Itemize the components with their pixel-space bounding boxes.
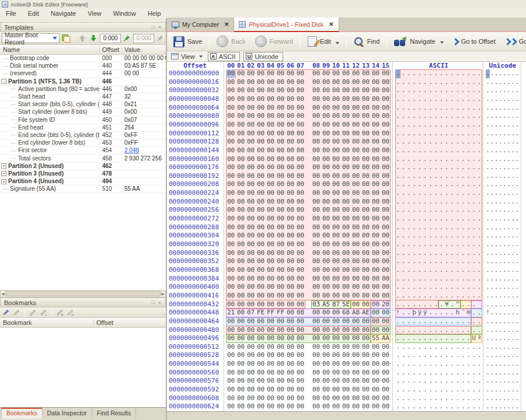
ascii-char[interactable]: h (455, 309, 460, 317)
hex-byte[interactable]: 00 (321, 334, 331, 343)
unicode-char[interactable]: . (515, 215, 519, 223)
hex-row[interactable]: 0000000000576000000000000000000000000000… (167, 377, 526, 386)
hex-byte[interactable]: 00 (236, 257, 246, 266)
hex-byte[interactable]: 00 (226, 112, 236, 121)
unicode-char[interactable]: . (515, 386, 519, 394)
hex-byte[interactable]: 00 (246, 215, 256, 223)
hex-byte[interactable]: 00 (381, 283, 391, 292)
hex-byte[interactable]: 00 (311, 104, 321, 113)
ascii-char[interactable]: . (412, 232, 417, 240)
hex-byte[interactable]: 00 (285, 343, 295, 352)
ascii-char[interactable]: . (477, 317, 482, 326)
unicode-char[interactable]: . (511, 257, 515, 266)
hex-byte[interactable]: 00 (295, 95, 305, 104)
unicode-char[interactable]: . (511, 351, 515, 360)
unicode-char[interactable]: . (503, 309, 507, 317)
ascii-char[interactable]: . (471, 130, 476, 138)
unicode-char[interactable]: . (486, 257, 490, 266)
ascii-char[interactable]: . (423, 130, 428, 138)
hex-byte[interactable]: 00 (246, 86, 256, 95)
ascii-char[interactable]: . (461, 326, 466, 335)
ascii-char[interactable]: . (406, 146, 412, 155)
expand-icon[interactable]: + (1, 171, 6, 176)
hex-row[interactable]: 0000000000016000000000000000000000000000… (167, 78, 526, 87)
hex-byte[interactable]: 00 (236, 155, 246, 164)
hex-row[interactable]: 0000000000336000000000000000000000000000… (167, 249, 526, 258)
hex-byte[interactable]: 00 (236, 86, 246, 95)
ascii-char[interactable]: . (450, 360, 455, 369)
unicode-char[interactable]: . (511, 377, 515, 386)
ascii-char[interactable]: . (444, 283, 450, 292)
unicode-char[interactable]: . (503, 206, 507, 215)
unicode-char[interactable]: . (490, 266, 494, 275)
unicode-char[interactable]: . (486, 112, 490, 121)
hex-byte[interactable]: 00 (361, 317, 371, 326)
ascii-char[interactable]: . (466, 86, 471, 95)
ascii-char[interactable]: . (455, 351, 460, 360)
hex-byte[interactable]: 00 (371, 266, 381, 275)
hex-byte[interactable]: 00 (295, 351, 305, 360)
hex-byte[interactable]: 00 (341, 369, 351, 377)
hex-byte[interactable]: 00 (256, 104, 266, 113)
ascii-char[interactable]: . (455, 369, 460, 377)
ascii-char[interactable]: . (406, 95, 412, 104)
hex-byte[interactable]: 00 (321, 78, 331, 87)
hex-byte[interactable]: 00 (276, 223, 285, 232)
hex-byte[interactable]: 00 (276, 163, 285, 172)
ascii-char[interactable]: . (455, 155, 460, 164)
hex-byte[interactable]: 00 (381, 223, 391, 232)
unicode-char[interactable]: . (511, 130, 515, 138)
template-row[interactable]: Bootstrap code00000 00 00 00 00 00 ... (0, 55, 166, 62)
ascii-char[interactable]: . (471, 215, 476, 223)
ascii-char[interactable]: . (400, 180, 406, 189)
hex-byte[interactable]: 00 (246, 138, 256, 146)
hex-byte[interactable]: 00 (246, 146, 256, 155)
ascii-char[interactable]: . (395, 343, 400, 352)
hex-byte[interactable]: 00 (381, 189, 391, 198)
hex-byte[interactable]: 00 (321, 180, 331, 189)
ascii-char[interactable]: . (417, 377, 422, 386)
hex-byte[interactable]: 00 (256, 240, 266, 249)
unicode-char[interactable]: . (486, 180, 490, 189)
hex-byte[interactable]: 00 (276, 343, 285, 352)
unicode-char[interactable]: . (490, 300, 494, 309)
hex-byte[interactable]: 00 (331, 138, 341, 146)
hex-byte[interactable]: 00 (321, 69, 331, 78)
hex-byte[interactable]: 00 (295, 275, 305, 284)
unicode-char[interactable]: . (507, 104, 511, 113)
unicode-char[interactable]: . (511, 69, 515, 78)
hex-byte[interactable]: 00 (371, 275, 381, 284)
ascii-toggle-button[interactable]: A ASCII (208, 52, 241, 61)
unicode-char[interactable]: . (515, 104, 519, 113)
ascii-char[interactable]: . (428, 232, 433, 240)
hex-byte[interactable]: 00 (321, 275, 331, 284)
unicode-char[interactable]: . (499, 146, 503, 155)
ascii-char[interactable]: . (417, 300, 422, 309)
ascii-char[interactable]: . (406, 189, 412, 198)
ascii-char[interactable]: . (423, 121, 428, 130)
previous-field-button[interactable] (78, 34, 86, 43)
ascii-char[interactable]: . (455, 163, 460, 172)
hex-byte[interactable]: 00 (341, 146, 351, 155)
ascii-char[interactable]: . (455, 104, 460, 113)
ascii-char[interactable]: . (455, 386, 460, 394)
menu-view[interactable]: View (82, 9, 107, 18)
hex-byte[interactable]: 00 (295, 326, 305, 335)
unicode-char[interactable]: . (507, 377, 511, 386)
hex-byte[interactable]: 00 (361, 292, 371, 300)
unicode-char[interactable]: . (490, 394, 494, 403)
ascii-char[interactable]: . (395, 198, 400, 206)
unicode-char[interactable]: . (486, 232, 490, 240)
unicode-char[interactable]: . (507, 223, 511, 232)
ascii-char[interactable]: . (428, 189, 433, 198)
ascii-char[interactable]: . (450, 275, 455, 284)
unicode-char[interactable]: . (490, 155, 494, 164)
ascii-char[interactable]: . (406, 86, 412, 95)
ascii-char[interactable]: . (461, 377, 466, 386)
ascii-char[interactable]: . (428, 215, 433, 223)
hex-byte[interactable]: 00 (331, 283, 341, 292)
unicode-char[interactable]: . (507, 146, 511, 155)
hex-byte[interactable]: 00 (331, 215, 341, 223)
ascii-char[interactable]: . (450, 402, 455, 411)
unicode-char[interactable]: . (515, 240, 519, 249)
